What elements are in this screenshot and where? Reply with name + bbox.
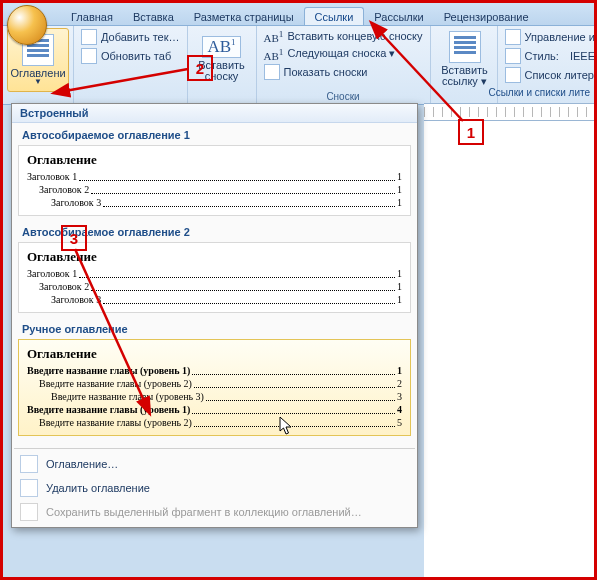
gallery-section-builtin: Встроенный: [12, 104, 417, 123]
tab-page-layout[interactable]: Разметка страницы: [184, 8, 304, 25]
tab-mailings[interactable]: Рассылки: [364, 8, 433, 25]
office-button[interactable]: [7, 5, 47, 45]
menu-remove-toc[interactable]: Удалить оглавление: [12, 476, 417, 500]
show-notes-label: Показать сноски: [284, 66, 368, 78]
gallery-item-manual[interactable]: Оглавление Введите название главы (урове…: [18, 339, 411, 436]
style-icon: [505, 48, 521, 64]
menu-save-selection: Сохранить выделенный фрагмент в коллекци…: [12, 500, 417, 524]
update-table-label: Обновить таб: [101, 50, 171, 62]
save-icon: [20, 503, 38, 521]
toc-row: Заголовок 31: [27, 196, 402, 209]
tab-review[interactable]: Рецензирование: [434, 8, 539, 25]
toc-small-icon: [20, 455, 38, 473]
ruler[interactable]: [424, 103, 594, 121]
menu-save-selection-label: Сохранить выделенный фрагмент в коллекци…: [46, 506, 362, 518]
tab-insert[interactable]: Вставка: [123, 8, 184, 25]
insert-citation-button[interactable]: Вставить ссылку ▾: [435, 28, 495, 90]
manage-sources-icon: [505, 29, 521, 45]
mouse-cursor-icon: [279, 416, 293, 436]
tab-references[interactable]: Ссылки: [304, 7, 365, 25]
gallery-item-auto1-title: Автособираемое оглавление 1: [16, 125, 413, 143]
group-caption-citations: Ссылки и списки лите: [488, 87, 590, 98]
toc-row: Заголовок 31: [27, 293, 402, 306]
toc-row: Введите название главы (уровень 2)2: [27, 377, 402, 390]
manage-sources-button[interactable]: Управление и: [502, 28, 597, 46]
toc-gallery-dropdown: Встроенный Автособираемое оглавление 1 О…: [11, 103, 418, 528]
gallery-item-auto2[interactable]: Оглавление Заголовок 11Заголовок 21Загол…: [18, 242, 411, 313]
next-footnote-button[interactable]: AB1Следующая сноска ▾: [261, 46, 426, 63]
remove-icon: [20, 479, 38, 497]
chevron-down-icon: ▼: [34, 77, 42, 86]
toc-row: Введите название главы (уровень 3)3: [27, 390, 402, 403]
menu-custom-toc[interactable]: Оглавление…: [12, 452, 417, 476]
show-notes-icon: [264, 64, 280, 80]
toc-row: Введите название главы (уровень 1)4: [27, 403, 402, 416]
toc-row: Заголовок 11: [27, 267, 402, 280]
bibliography-icon: [505, 67, 521, 83]
toc-row: Заголовок 11: [27, 170, 402, 183]
show-notes-button[interactable]: Показать сноски: [261, 63, 426, 81]
insert-endnote-button[interactable]: AB1Вставить концевую сноску: [261, 28, 426, 45]
toc-row: Введите название главы (уровень 1)1: [27, 364, 402, 377]
toc-row: Введите название главы (уровень 2)5: [27, 416, 402, 429]
bibliography-label: Список литер: [525, 69, 594, 81]
manage-sources-label: Управление и: [525, 31, 595, 43]
callout-1: 1: [458, 119, 484, 145]
add-text-icon: [81, 29, 97, 45]
toc-sample-title: Оглавление: [27, 249, 402, 265]
group-label-toc: [78, 90, 183, 102]
toc-sample-title: Оглавление: [27, 152, 402, 168]
insert-endnote-label: Вставить концевую сноску: [287, 30, 422, 42]
gallery-item-manual-title: Ручное оглавление: [16, 319, 413, 337]
callout-3: 3: [61, 225, 87, 251]
style-value: IEEE 20: [570, 50, 597, 62]
bibliography-button[interactable]: Список литер: [502, 66, 597, 84]
group-label-footnotes: Сноски: [261, 90, 426, 102]
citation-icon: [449, 31, 481, 63]
toc-row: Заголовок 21: [27, 183, 402, 196]
add-text-label: Добавить тек…: [101, 31, 180, 43]
toc-row: Заголовок 21: [27, 280, 402, 293]
gallery-item-auto1[interactable]: Оглавление Заголовок 11Заголовок 21Загол…: [18, 145, 411, 216]
toc-sample-title: Оглавление: [27, 346, 402, 362]
ribbon-tabs: Главная Вставка Разметка страницы Ссылки…: [3, 3, 594, 26]
document-area[interactable]: [424, 120, 594, 577]
next-footnote-label: Следующая сноска ▾: [287, 47, 395, 60]
update-table-button[interactable]: Обновить таб: [78, 47, 183, 65]
word-window: Главная Вставка Разметка страницы Ссылки…: [0, 0, 597, 580]
menu-remove-toc-label: Удалить оглавление: [46, 482, 150, 494]
style-label: Стиль:: [525, 50, 559, 62]
callout-2: 2: [187, 55, 213, 81]
tab-home[interactable]: Главная: [61, 8, 123, 25]
insert-citation-label: Вставить ссылку ▾: [441, 65, 488, 87]
menu-custom-toc-label: Оглавление…: [46, 458, 118, 470]
style-combo[interactable]: Стиль: IEEE 20: [502, 47, 597, 65]
add-text-button[interactable]: Добавить тек…: [78, 28, 183, 46]
refresh-icon: [81, 48, 97, 64]
